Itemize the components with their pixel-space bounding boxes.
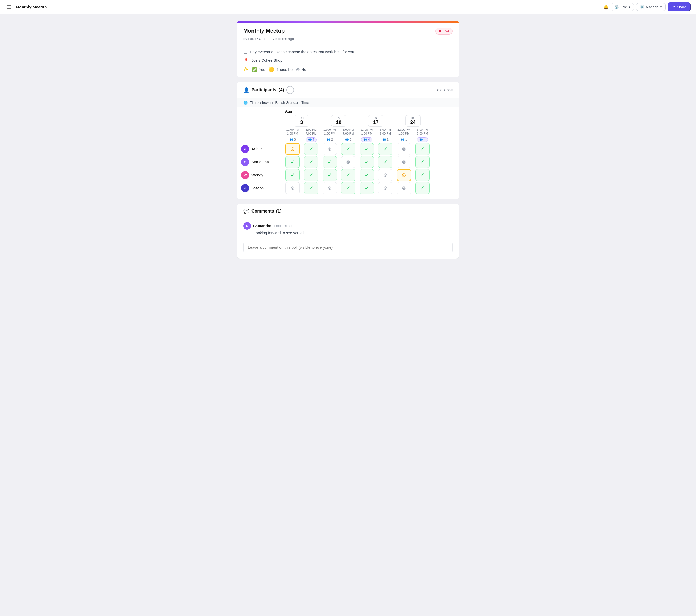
maybe-icon: 🟡 <box>268 67 274 73</box>
samantha-resp-7[interactable]: ⊗ <box>397 156 411 168</box>
count-slot-1: 👥 3 <box>283 136 302 142</box>
participants-card: 👤 Participants (4) + 8 options 🌐 Times s… <box>237 81 459 199</box>
live-signal-icon: 📡 <box>614 5 619 9</box>
table-row: A Arthur ··· ⊙ ✓ ⊗ ✓ ✓ ✓ ⊗ ✓ <box>241 142 431 156</box>
wendy-resp-7[interactable]: ⊙ <box>397 169 411 181</box>
event-meta: by Luke • Created 7 months ago <box>243 37 453 41</box>
wendy-resp-4[interactable]: ✓ <box>341 169 355 181</box>
samantha-resp-5[interactable]: ✓ <box>360 156 374 168</box>
comment-author: Samantha <box>253 224 271 228</box>
comment-more[interactable]: ··· <box>296 224 299 228</box>
month-row: Aug <box>241 107 431 114</box>
time-slot-2: 6:00 PM7:00 PM <box>302 127 320 136</box>
event-legend: ✨ ✅ Yes 🟡 If need be ⊗ No <box>243 67 453 73</box>
time-slot-7: 12:00 PM1:00 PM <box>394 127 413 136</box>
arthur-resp-7[interactable]: ⊗ <box>397 143 411 155</box>
live-badge-label: Live <box>443 29 449 33</box>
count-slot-5: 👥 4 <box>357 136 376 142</box>
no-icon: ⊗ <box>296 67 300 73</box>
event-card: Monthly Meetup Live by Luke • Created 7 … <box>237 21 459 77</box>
date-thu17: Thu 17 <box>357 114 394 127</box>
bell-icon[interactable]: 🔔 <box>603 4 609 10</box>
description-icon: ☰ <box>243 50 247 55</box>
arthur-resp-3[interactable]: ⊗ <box>323 143 337 155</box>
wendy-resp-5[interactable]: ✓ <box>360 169 374 181</box>
arthur-resp-2[interactable]: ✓ <box>304 143 318 155</box>
time-slot-1: 12:00 PM1:00 PM <box>283 127 302 136</box>
wendy-more[interactable]: ··· <box>276 169 283 181</box>
time-slot-3: 12:00 PM1:00 PM <box>320 127 339 136</box>
date-thu10: Thu 10 <box>320 114 357 127</box>
event-header: Monthly Meetup Live by Luke • Created 7 … <box>237 22 459 45</box>
time-slot-5: 12:00 PM1:00 PM <box>357 127 376 136</box>
nav-right: 🔔 📡 Live ▾ ⚙️ Manage ▾ ↗ Share <box>603 2 691 12</box>
joseph-resp-2[interactable]: ✓ <box>304 182 318 194</box>
samantha-resp-3[interactable]: ✓ <box>323 156 337 168</box>
joseph-resp-3[interactable]: ⊗ <box>323 182 337 194</box>
event-title: Monthly Meetup <box>243 28 285 34</box>
table-row: S Samantha ··· ✓ ✓ ✓ ⊗ ✓ ✓ ⊗ ✓ <box>241 156 431 169</box>
wendy-resp-2[interactable]: ✓ <box>304 169 318 181</box>
samantha-resp-4[interactable]: ⊗ <box>341 156 355 168</box>
comment-time: 7 months ago <box>273 224 294 228</box>
joseph-more[interactable]: ··· <box>276 181 283 195</box>
joseph-resp-8[interactable]: ✓ <box>415 182 430 194</box>
participants-header: 👤 Participants (4) + 8 options <box>237 82 459 98</box>
location-icon: 📍 <box>243 58 249 63</box>
comment-input[interactable] <box>243 242 453 253</box>
samantha-resp-6[interactable]: ✓ <box>378 156 392 168</box>
avatar: A <box>241 145 249 153</box>
arthur-resp-8[interactable]: ✓ <box>415 143 430 155</box>
arthur-resp-4[interactable]: ✓ <box>341 143 355 155</box>
joseph-resp-1[interactable]: ⊗ <box>285 182 300 194</box>
share-icon: ↗ <box>672 5 675 9</box>
timezone-bar: 🌐 Times shown in British Standard Time <box>237 98 459 107</box>
manage-chevron-icon: ▾ <box>660 5 662 9</box>
joseph-resp-4[interactable]: ✓ <box>341 182 355 194</box>
joseph-resp-7[interactable]: ⊗ <box>397 182 411 194</box>
samantha-more[interactable]: ··· <box>276 156 283 169</box>
comment-item: S Samantha 7 months ago ··· Looking forw… <box>237 219 459 238</box>
joseph-resp-5[interactable]: ✓ <box>360 182 374 194</box>
time-slot-8: 6:00 PM7:00 PM <box>413 127 431 136</box>
manage-button[interactable]: ⚙️ Manage ▾ <box>636 3 666 11</box>
event-body: ☰ Hey everyone, please choose the dates … <box>237 45 459 77</box>
comment-top: S Samantha 7 months ago ··· <box>243 222 453 230</box>
live-dot <box>439 30 441 32</box>
participant-name: Wendy <box>252 173 263 177</box>
date-thu24: Thu 24 <box>394 114 431 127</box>
participant-name: Samantha <box>252 160 269 164</box>
add-participant-button[interactable]: + <box>286 86 294 94</box>
comment-text: Looking forward to see you all! <box>243 231 453 235</box>
arthur-resp-5[interactable]: ✓ <box>360 143 374 155</box>
live-button[interactable]: 📡 Live ▾ <box>611 3 634 11</box>
samantha-resp-2[interactable]: ✓ <box>304 156 318 168</box>
count-slot-3: 👥 2 <box>320 136 339 142</box>
gear-icon: ⚙️ <box>640 5 644 9</box>
count-slot-7: 👥 1 <box>394 136 413 142</box>
arthur-resp-1[interactable]: ⊙ <box>285 143 300 155</box>
participant-name: Arthur <box>252 147 262 151</box>
avatar: S <box>243 222 251 230</box>
wendy-resp-6[interactable]: ⊗ <box>378 169 392 181</box>
event-description: ☰ Hey everyone, please choose the dates … <box>243 50 453 55</box>
comments-count: (1) <box>276 209 282 214</box>
wendy-resp-3[interactable]: ✓ <box>323 169 337 181</box>
live-badge: Live <box>435 28 453 34</box>
wendy-resp-1[interactable]: ✓ <box>285 169 300 181</box>
live-button-label: Live <box>620 5 627 9</box>
time-slot-4: 6:00 PM7:00 PM <box>339 127 357 136</box>
samantha-resp-1[interactable]: ✓ <box>285 156 300 168</box>
time-row: 12:00 PM1:00 PM 6:00 PM7:00 PM 12:00 PM1… <box>241 127 431 136</box>
share-button[interactable]: ↗ Share <box>668 2 691 12</box>
participant-arthur-name-cell: A Arthur <box>241 142 276 156</box>
count-slot-4: 👥 3 <box>339 136 357 142</box>
legend-icon: ✨ <box>243 67 249 72</box>
arthur-more[interactable]: ··· <box>276 142 283 156</box>
joseph-resp-6[interactable]: ⊗ <box>378 182 392 194</box>
arthur-resp-6[interactable]: ✓ <box>378 143 392 155</box>
wendy-resp-8[interactable]: ✓ <box>415 169 430 181</box>
samantha-resp-8[interactable]: ✓ <box>415 156 430 168</box>
month-label: Aug <box>283 107 320 114</box>
hamburger-menu[interactable] <box>5 4 13 10</box>
